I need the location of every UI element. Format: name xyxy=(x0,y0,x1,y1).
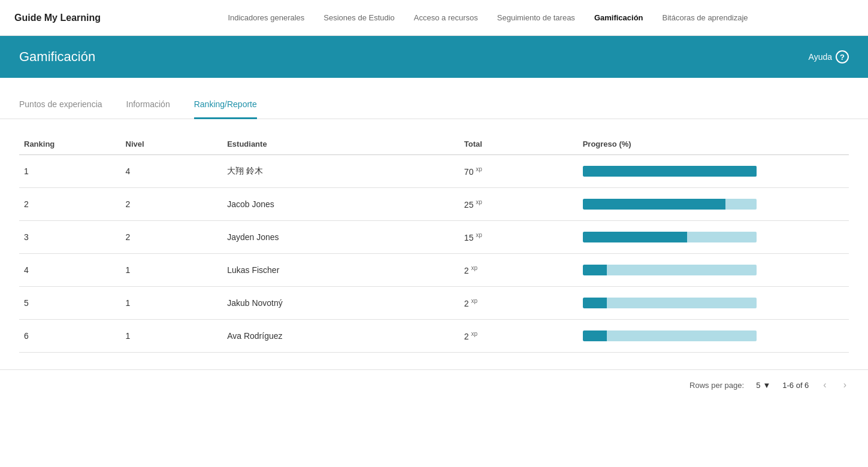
next-page-button[interactable]: › xyxy=(841,380,849,390)
col-header-progreso: Progreso (%) xyxy=(578,134,849,155)
cell-nivel-3: 1 xyxy=(121,254,223,287)
cell-total-0: 70 xp xyxy=(459,155,578,188)
cell-total-5: 2 xp xyxy=(459,320,578,353)
progress-bar-fill-4 xyxy=(583,298,607,308)
help-icon: ? xyxy=(836,50,849,63)
nav-gamificacion[interactable]: Gamificación xyxy=(594,13,643,22)
cell-estudiante-0: 大翔 鈴木 xyxy=(222,155,459,188)
cell-progreso-4 xyxy=(578,287,849,320)
progress-bar-fill-0 xyxy=(583,166,757,177)
cell-ranking-4: 5 xyxy=(19,287,121,320)
nav-links: Indicadores generales Sesiones de Estudi… xyxy=(122,13,854,22)
progress-bar-fill-2 xyxy=(583,232,687,242)
cell-nivel-2: 2 xyxy=(121,221,223,254)
cell-estudiante-3: Lukas Fischer xyxy=(222,254,459,287)
progress-bar-fill-5 xyxy=(583,330,607,341)
table-container: Ranking Nivel Estudiante Total Progreso … xyxy=(0,119,868,367)
table-row: 4 1 Lukas Fischer 2 xp xyxy=(19,254,849,287)
cell-total-1: 25 xp xyxy=(459,188,578,221)
progress-bar-fill-1 xyxy=(583,199,725,210)
xp-label-1: xp xyxy=(476,199,482,205)
cell-estudiante-1: Jacob Jones xyxy=(222,188,459,221)
progress-bar-wrap-5 xyxy=(583,330,757,341)
nav-indicadores[interactable]: Indicadores generales xyxy=(228,13,304,22)
progress-bar-wrap-1 xyxy=(583,199,757,210)
xp-label-4: xp xyxy=(471,298,478,304)
cell-progreso-0 xyxy=(578,155,849,188)
top-navigation: Guide My Learning Indicadores generales … xyxy=(0,0,868,36)
cell-ranking-2: 3 xyxy=(19,221,121,254)
tab-informacion[interactable]: Información xyxy=(126,92,170,119)
cell-ranking-3: 4 xyxy=(19,254,121,287)
app-logo: Guide My Learning xyxy=(14,13,122,23)
rows-per-page-dropdown-icon: ▼ xyxy=(763,381,770,390)
help-button[interactable]: Ayuda ? xyxy=(809,50,849,63)
progress-bar-fill-3 xyxy=(583,265,607,275)
cell-nivel-4: 1 xyxy=(121,287,223,320)
progress-bar-wrap-0 xyxy=(583,166,757,177)
cell-total-3: 2 xp xyxy=(459,254,578,287)
xp-label-5: xp xyxy=(471,330,478,337)
page-info: 1-6 of 6 xyxy=(782,381,809,390)
cell-estudiante-5: Ava Rodríguez xyxy=(222,320,459,353)
nav-bitacoras[interactable]: Bitácoras de aprendizaje xyxy=(663,13,748,22)
cell-ranking-0: 1 xyxy=(19,155,121,188)
xp-label-0: xp xyxy=(476,166,482,172)
page-header: Gamificación Ayuda ? xyxy=(0,36,868,78)
rows-per-page-select[interactable]: 5 ▼ xyxy=(756,381,770,390)
col-header-nivel: Nivel xyxy=(121,134,223,155)
cell-total-4: 2 xp xyxy=(459,287,578,320)
progress-bar-wrap-4 xyxy=(583,298,757,308)
table-row: 3 2 Jayden Jones 15 xp xyxy=(19,221,849,254)
cell-nivel-5: 1 xyxy=(121,320,223,353)
nav-seguimiento[interactable]: Seguimiento de tareas xyxy=(497,13,575,22)
progress-bar-wrap-2 xyxy=(583,232,757,242)
cell-nivel-1: 2 xyxy=(121,188,223,221)
cell-nivel-0: 4 xyxy=(121,155,223,188)
rows-per-page-label: Rows per page: xyxy=(689,381,744,390)
table-row: 5 1 Jakub Novotný 2 xp xyxy=(19,287,849,320)
cell-progreso-2 xyxy=(578,221,849,254)
cell-total-2: 15 xp xyxy=(459,221,578,254)
table-header-row: Ranking Nivel Estudiante Total Progreso … xyxy=(19,134,849,155)
col-header-total: Total xyxy=(459,134,578,155)
nav-acceso[interactable]: Acceso a recursos xyxy=(414,13,478,22)
col-header-ranking: Ranking xyxy=(19,134,121,155)
table-row: 1 4 大翔 鈴木 70 xp xyxy=(19,155,849,188)
pagination-bar: Rows per page: 5 ▼ 1-6 of 6 ‹ › xyxy=(0,369,868,400)
cell-estudiante-2: Jayden Jones xyxy=(222,221,459,254)
rows-per-page-value: 5 xyxy=(756,381,760,390)
tabs-container: Puntos de experiencia Información Rankin… xyxy=(0,92,868,119)
tab-puntos[interactable]: Puntos de experiencia xyxy=(19,92,102,119)
cell-progreso-3 xyxy=(578,254,849,287)
cell-progreso-5 xyxy=(578,320,849,353)
xp-label-2: xp xyxy=(476,232,482,238)
cell-progreso-1 xyxy=(578,188,849,221)
table-row: 6 1 Ava Rodríguez 2 xp xyxy=(19,320,849,353)
tab-ranking[interactable]: Ranking/Reporte xyxy=(194,92,257,119)
tabs: Puntos de experiencia Información Rankin… xyxy=(19,92,849,119)
progress-bar-wrap-3 xyxy=(583,265,757,275)
col-header-estudiante: Estudiante xyxy=(222,134,459,155)
cell-ranking-5: 6 xyxy=(19,320,121,353)
cell-ranking-1: 2 xyxy=(19,188,121,221)
page-title: Gamificación xyxy=(19,49,95,65)
nav-sesiones[interactable]: Sesiones de Estudio xyxy=(323,13,395,22)
prev-page-button[interactable]: ‹ xyxy=(821,380,828,390)
ranking-table: Ranking Nivel Estudiante Total Progreso … xyxy=(19,134,849,353)
table-row: 2 2 Jacob Jones 25 xp xyxy=(19,188,849,221)
xp-label-3: xp xyxy=(471,265,478,271)
cell-estudiante-4: Jakub Novotný xyxy=(222,287,459,320)
help-label: Ayuda xyxy=(809,52,832,62)
